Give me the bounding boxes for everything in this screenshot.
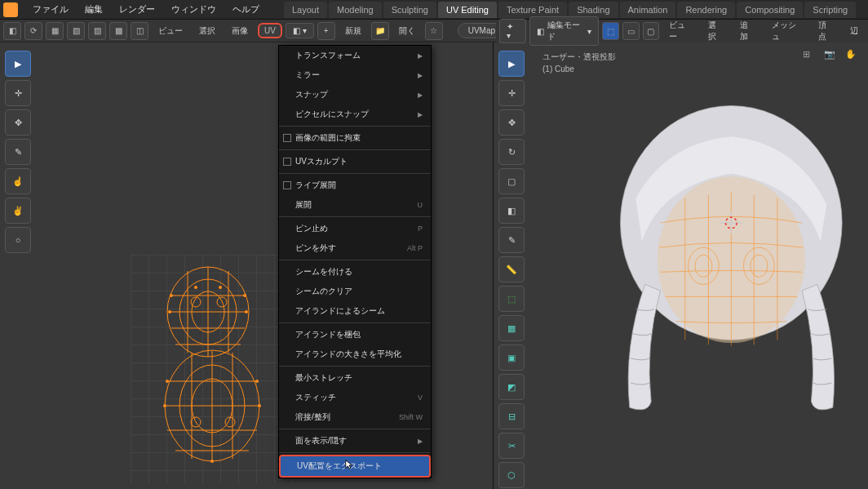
dd-item-4[interactable]: 画像の範囲に拘束 [279, 128, 431, 148]
tool-scale-3d[interactable]: ▢ [498, 168, 525, 194]
dd-item-18[interactable]: 面を表示/隠す▶ [279, 431, 431, 451]
tool-transform-3d[interactable]: ◧ [498, 198, 525, 224]
tool-move-3d[interactable]: ✥ [498, 109, 525, 136]
tool-relax[interactable]: ○ [5, 227, 31, 253]
menu-uv[interactable]: UV [258, 23, 282, 38]
3d-viewport-panel: ▶ ✛ ✥ ↻ ▢ ◧ ✎ 📏 ⬚ ▩ ▣ ◩ ⊟ ✂ ⬡ ユーザー・透視投影 … [494, 42, 868, 489]
menu-file[interactable]: ファイル [24, 3, 77, 16]
dd-item-7[interactable]: 展開U [279, 195, 431, 215]
tab-uv-editing[interactable]: UV Editing [438, 2, 497, 18]
tool-brush[interactable]: ✎ [5, 139, 31, 165]
select-mode-face-3d[interactable]: ▢ [643, 22, 660, 40]
tool-knife[interactable]: ✂ [498, 433, 525, 459]
tab-sculpting[interactable]: Sculpting [383, 2, 436, 18]
svg-point-10 [170, 294, 173, 297]
select-mode-vert-3d[interactable]: ⬚ [602, 22, 619, 40]
main-area: ▶ ✛ ✥ ✎ ☝ ✌ ○ [0, 42, 868, 489]
sync-icon[interactable]: ⟳ [24, 22, 42, 40]
tool-rotate-3d[interactable]: ↻ [498, 139, 525, 165]
svg-point-18 [163, 404, 166, 407]
menu-render[interactable]: レンダー [111, 3, 163, 16]
dd-item-0[interactable]: トランスフォーム▶ [279, 46, 431, 65]
dd-item-15[interactable]: 最小ストレッチ [279, 368, 431, 388]
tool-extrude[interactable]: ▩ [498, 315, 525, 341]
dd-item-6[interactable]: ライブ展開 [279, 176, 431, 195]
blender-logo[interactable] [3, 2, 18, 17]
viewport-menu-select[interactable]: 選択 [702, 20, 730, 42]
dd-item-17[interactable]: 溶接/整列Shift W [279, 407, 431, 427]
menu-view[interactable]: ビュー [152, 25, 189, 37]
object-icon[interactable]: ✦ ▾ [499, 19, 526, 43]
dd-item-13[interactable]: アイランドを梱包 [279, 325, 431, 345]
menu-image[interactable]: 画像 [225, 25, 255, 37]
viewport-menu-edge[interactable]: 辺 [844, 25, 865, 37]
tab-modeling[interactable]: Modeling [329, 2, 382, 18]
svg-point-12 [219, 286, 222, 289]
tool-select-3d[interactable]: ▶ [498, 51, 525, 77]
hand-icon[interactable]: ✋ [845, 49, 861, 65]
sticky-select-icon[interactable]: ◫ [131, 22, 148, 40]
image-selector[interactable]: ◧ ▾ [286, 23, 314, 38]
dd-item-8[interactable]: ピン止めP [279, 219, 431, 238]
svg-point-19 [258, 404, 261, 407]
select-mode-face[interactable]: ▨ [88, 22, 106, 40]
tool-inset[interactable]: ▣ [498, 345, 525, 371]
tool-poly-build[interactable]: ⬡ [498, 462, 525, 488]
dd-item-1[interactable]: ミラー▶ [279, 65, 431, 85]
dd-item-9[interactable]: ピンを外すAlt P [279, 238, 431, 258]
dd-item-5[interactable]: UVスカルプト [279, 152, 431, 171]
tool-move[interactable]: ✥ [5, 109, 31, 136]
menu-edit[interactable]: 編集 [77, 3, 111, 16]
tool-cursor-3d[interactable]: ✛ [498, 80, 525, 106]
select-mode-edge-3d[interactable]: ▭ [622, 22, 640, 40]
dd-item-14[interactable]: アイランドの大きさを平均化 [279, 345, 431, 364]
select-mode-edge[interactable]: ▧ [67, 22, 85, 40]
svg-point-16 [166, 380, 169, 383]
tool-grab[interactable]: ☝ [5, 168, 31, 194]
open-folder-icon[interactable]: 📁 [371, 22, 389, 40]
tab-animation[interactable]: Animation [620, 2, 676, 18]
dd-item-10[interactable]: シームを付ける [279, 262, 431, 282]
camera-icon[interactable]: 📷 [824, 49, 840, 65]
mode-selector[interactable]: ◧編集モード ▾ [529, 16, 599, 46]
menu-help[interactable]: ヘルプ [224, 3, 268, 16]
tool-pinch[interactable]: ✌ [5, 198, 31, 224]
tab-scripting[interactable]: Scripting [804, 2, 856, 18]
tool-loopcut[interactable]: ⊟ [498, 403, 525, 429]
menu-select[interactable]: 選択 [193, 25, 222, 37]
pin-icon[interactable]: ☆ [425, 22, 443, 40]
tool-bevel[interactable]: ◩ [498, 374, 525, 400]
dd-item-11[interactable]: シームのクリア [279, 282, 431, 301]
viewport-menu-mesh[interactable]: メッシュ [765, 20, 808, 42]
3d-model-area[interactable] [542, 75, 868, 489]
tab-rendering[interactable]: Rendering [677, 2, 735, 18]
uv-tool-sidebar: ▶ ✛ ✥ ✎ ☝ ✌ ○ [5, 51, 31, 253]
dd-item-16[interactable]: スティッチV [279, 388, 431, 407]
tool-cursor[interactable]: ✛ [5, 80, 31, 106]
select-mode-island[interactable]: ▩ [109, 22, 127, 40]
tool-select-box[interactable]: ▶ [5, 51, 31, 77]
tool-annotate-3d[interactable]: ✎ [498, 227, 525, 253]
tool-add-cube[interactable]: ⬚ [498, 286, 525, 312]
new-image-label[interactable]: 新規 [339, 25, 368, 37]
uv-grid-area[interactable] [131, 255, 294, 483]
dd-item-2[interactable]: スナップ▶ [279, 85, 431, 104]
viewport-menu-vertex[interactable]: 頂点 [812, 20, 840, 42]
dd-item-12[interactable]: アイランドによるシーム [279, 301, 431, 321]
projection-label: ユーザー・透視投影 [542, 51, 616, 63]
new-image-plus-icon[interactable]: + [317, 22, 335, 40]
open-image-label[interactable]: 開く [392, 25, 422, 37]
tab-compositing[interactable]: Compositing [737, 2, 803, 18]
editor-type-icon[interactable]: ◧ [3, 22, 21, 40]
grid-overlay-icon[interactable]: ⊞ [803, 49, 819, 65]
tab-texture-paint[interactable]: Texture Paint [498, 2, 567, 18]
select-mode-vertex[interactable]: ▦ [46, 22, 64, 40]
dd-item-19[interactable]: UV配置をエクスポート [279, 455, 431, 478]
tab-shading[interactable]: Shading [569, 2, 618, 18]
tool-measure-3d[interactable]: 📏 [498, 256, 525, 282]
menu-window[interactable]: ウィンドウ [163, 3, 224, 16]
viewport-menu-add[interactable]: 追加 [733, 20, 762, 42]
dd-item-3[interactable]: ピクセルにスナップ▶ [279, 104, 431, 124]
viewport-menu-view[interactable]: ビュー [662, 20, 698, 42]
tab-layout[interactable]: Layout [284, 2, 327, 18]
